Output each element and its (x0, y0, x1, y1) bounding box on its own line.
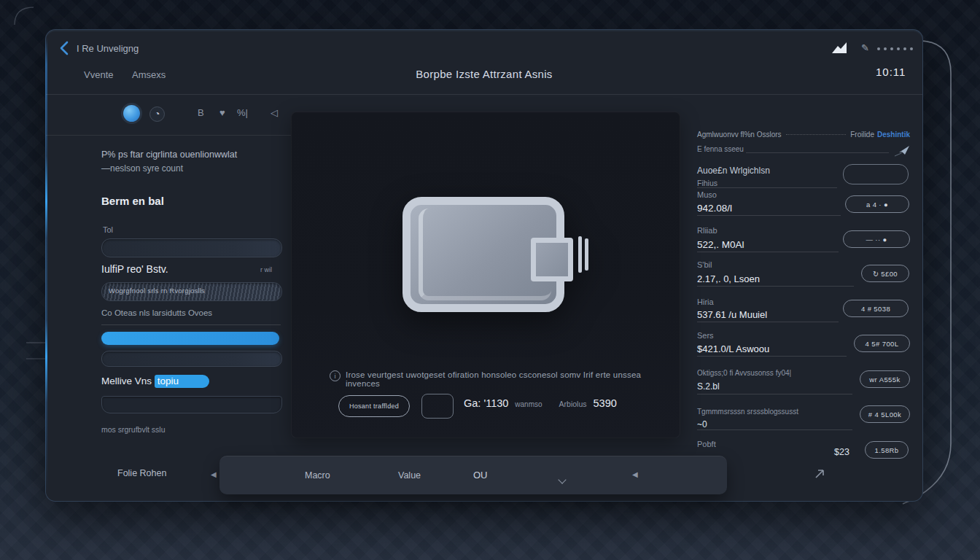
back-label: I Re Unveligng (77, 43, 139, 55)
triangle-left-icon[interactable]: ◁ (271, 107, 278, 118)
provider-name: Froilide (850, 131, 874, 139)
pen-icon[interactable]: ✎ (861, 42, 869, 54)
to-input[interactable] (101, 238, 282, 257)
gas-unit: wanmso (515, 400, 542, 408)
row-underline (697, 356, 847, 357)
subsection-title: IulfiP reo' Bstv. (101, 263, 168, 276)
row-underline (697, 429, 852, 430)
chevron-down-icon[interactable] (559, 472, 565, 486)
amount-box[interactable] (421, 394, 454, 419)
menu-item-macro[interactable]: Macro (305, 470, 330, 481)
right-row-value: 522,. M0Al (697, 239, 744, 251)
moon-token-icon[interactable]: ◔ (149, 106, 165, 122)
intro-text-line2: —neslson syre count (101, 163, 183, 174)
limit-value: 5390 (594, 397, 617, 409)
row-underline (697, 322, 839, 322)
right-row-button[interactable]: wr A555k (860, 370, 910, 388)
right-header-label: Agmlwuonvv fl%n Osslors (697, 131, 782, 139)
footnote-text: mos srgrufbvlt sslu (101, 425, 166, 435)
right-row-value: 537.61 /u Muuiel (697, 309, 767, 321)
right-row-button[interactable]: a 4 · ● (845, 195, 909, 213)
right-row-input[interactable] (843, 164, 909, 184)
row-underline (697, 187, 837, 188)
globe-token-icon[interactable] (123, 105, 140, 122)
toolbar-divider (46, 135, 291, 136)
menu-item-value[interactable]: Value (398, 470, 421, 481)
note-input[interactable] (101, 396, 282, 413)
intro-text-line1: P% ps ftar cigrlinta ouenlionwwlat (101, 149, 237, 160)
address-input[interactable]: Wogrgfnool srls rn Rvorgjoslls (101, 282, 282, 301)
triangle-left-icon[interactable]: ◀ (632, 470, 638, 479)
right-row-value: 942.08/l (697, 203, 732, 214)
dotted-line (786, 134, 847, 135)
wallet-icon (402, 197, 564, 312)
gas-row: Ga: '1130 wanmso Arbiolus 5390 (464, 397, 617, 409)
right-row-label: Pobft (697, 440, 716, 449)
row-underline (697, 252, 839, 252)
bottom-left-label: Folie Rohen (117, 468, 166, 479)
right-row-button[interactable]: 4 5# 700L (854, 335, 910, 352)
wallet-panel: i Irose veurtgest uwotgeset ofiration ho… (291, 112, 680, 438)
percent-icon[interactable]: %| (237, 107, 248, 118)
header-divider (46, 94, 922, 95)
gas-value: '1130 (483, 397, 508, 409)
selection-row[interactable]: Mellive Vns topiu (101, 376, 209, 387)
bottom-menu-bar: Macro Value OU ◀ (219, 456, 727, 494)
right-row-button[interactable]: — ·· ● (843, 230, 910, 248)
beta-icon[interactable]: B (198, 107, 204, 118)
row-underline (697, 215, 841, 216)
right-subheader: E fenna sseeu (697, 145, 744, 154)
right-row-value: 2.17,. 0, Lsoen (697, 273, 760, 285)
right-row-value: $23 (834, 447, 849, 458)
right-header-row: Agmlwuonvv fl%n Osslors Froilide Deshint… (697, 131, 910, 139)
selection-highlight: topiu (155, 375, 209, 388)
right-row-label: Oktigss;0 fi Avvsusonss fy04| (697, 369, 791, 378)
left-divider (101, 324, 281, 325)
notice-row: i Irose veurtgest uwotgeset ofiration ho… (330, 370, 658, 388)
transfer-button[interactable]: Hosant trafflded (338, 395, 410, 417)
chevron-left-icon (56, 39, 74, 57)
options-label: Co Oteas nls larsidutts Ovoes (101, 308, 212, 319)
right-row-button[interactable]: 1.58Rb (865, 441, 909, 459)
progress-bar[interactable] (101, 332, 279, 345)
menu-item-ou[interactable]: OU (473, 470, 488, 481)
row-underline (697, 286, 854, 287)
row-underline (697, 394, 852, 394)
section-title: Berm en bal (101, 195, 164, 208)
to-field-label: Tol (103, 225, 113, 235)
right-row-value: ~0 (697, 419, 707, 429)
paper-plane-icon[interactable] (890, 144, 911, 161)
provider-link[interactable]: Deshintik (877, 131, 910, 139)
right-row-label: Rliiab (697, 226, 718, 236)
menu-dots-icon[interactable] (877, 47, 913, 50)
address-input-value: Wogrgfnool srls rn Rvorgjoslls (109, 287, 205, 295)
subheader-line (746, 152, 889, 153)
notice-text: Irose veurtgest uwotgeset ofiration hons… (346, 370, 658, 388)
right-row-label: Tgmmmsrsssn srsssblogssusst (697, 408, 798, 416)
subsection-hint: r wil (260, 266, 272, 274)
right-row-label: Auoe£n Wrlgichlsn (697, 166, 770, 176)
heart-icon[interactable]: ♥ (219, 107, 225, 118)
right-row-button[interactable]: # 4 5L00k (860, 405, 910, 423)
chevron-left-small-icon[interactable]: ◀ (211, 470, 217, 479)
right-row-label: S'bil (697, 260, 712, 270)
right-row-label: Muso (697, 190, 717, 200)
right-row-label: Hiria (697, 298, 714, 307)
info-icon: i (330, 370, 341, 381)
right-row-value: S.2.bl (697, 381, 720, 392)
signal-icon[interactable] (831, 42, 848, 58)
desktop-background: I Re Unveligng ✎ 10:11 Vvente Amsexs Bor… (0, 0, 980, 560)
right-row-value: $421.0/L Aswoou (697, 343, 769, 355)
right-row-button[interactable]: ↻ 5£00 (861, 265, 909, 282)
back-button[interactable] (56, 39, 74, 57)
secondary-input[interactable] (101, 351, 282, 367)
right-row-button[interactable]: 4 # 5038 (843, 300, 909, 317)
selection-text: Mellive Vns (101, 376, 155, 386)
right-row-label: Sers (697, 331, 714, 341)
share-arrow-icon[interactable] (814, 469, 826, 482)
right-row-sublabel: Fihius (697, 179, 718, 188)
limit-label: Arbiolus (559, 400, 587, 408)
page-title: Borpbe Izste Attrzant Asnis (46, 68, 922, 81)
app-window: I Re Unveligng ✎ 10:11 Vvente Amsexs Bor… (45, 29, 923, 502)
gas-label: Ga: (464, 397, 481, 409)
